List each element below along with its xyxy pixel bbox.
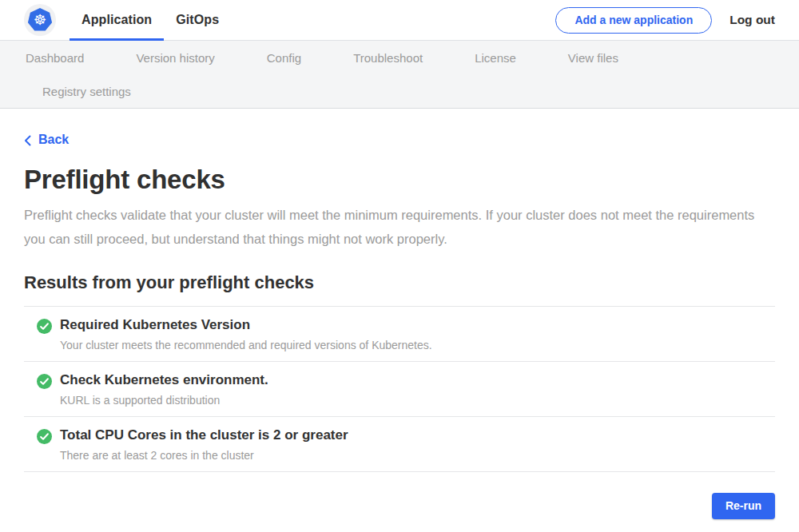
subnav-item-version-history[interactable]: Version history	[128, 51, 222, 65]
top-tabs: Application GitOps	[70, 0, 231, 40]
tab-gitops[interactable]: GitOps	[164, 0, 231, 40]
preflight-check-row: Total CPU Cores in the cluster is 2 or g…	[24, 417, 775, 472]
preflight-results-list: Required Kubernetes Version Your cluster…	[24, 306, 775, 472]
tab-application[interactable]: Application	[70, 0, 164, 40]
check-text: Required Kubernetes Version Your cluster…	[60, 317, 432, 351]
tab-application-label: Application	[81, 13, 152, 27]
subnav-row-2: Registry settings	[18, 75, 799, 108]
logout-link[interactable]: Log out	[729, 13, 775, 27]
rerun-button[interactable]: Re-run	[712, 493, 775, 519]
check-title: Required Kubernetes Version	[60, 317, 432, 333]
preflight-check-row: Check Kubernetes environment. KURL is a …	[24, 362, 775, 417]
check-text: Total CPU Cores in the cluster is 2 or g…	[60, 427, 348, 462]
app-subnav: Dashboard Version history Config Trouble…	[0, 41, 799, 109]
kubernetes-heptagon: ☸	[28, 8, 53, 32]
kubernetes-logo[interactable]: ☸	[24, 4, 56, 36]
top-navbar: ☸ Application GitOps Add a new applicati…	[0, 0, 799, 41]
page-title: Preflight checks	[24, 165, 775, 195]
check-title: Check Kubernetes environment.	[60, 372, 268, 388]
chevron-left-icon	[24, 135, 31, 146]
footer-actions: Re-run	[24, 493, 775, 519]
page-description: Preflight checks validate that your clus…	[24, 203, 759, 251]
back-link[interactable]: Back	[24, 133, 69, 147]
subnav-item-view-files[interactable]: View files	[560, 51, 626, 65]
subnav-item-config[interactable]: Config	[259, 51, 309, 65]
check-circle-icon	[37, 429, 52, 444]
back-label: Back	[38, 133, 69, 147]
top-right-actions: Add a new application Log out	[555, 7, 775, 34]
results-heading: Results from your preflight checks	[24, 272, 775, 293]
subnav-item-troubleshoot[interactable]: Troubleshoot	[345, 51, 431, 65]
tab-gitops-label: GitOps	[176, 13, 219, 27]
add-application-button[interactable]: Add a new application	[555, 7, 712, 34]
preflight-page: Back Preflight checks Preflight checks v…	[0, 109, 799, 519]
check-message: Your cluster meets the recommended and r…	[60, 339, 432, 351]
check-text: Check Kubernetes environment. KURL is a …	[60, 372, 268, 407]
preflight-check-row: Required Kubernetes Version Your cluster…	[24, 307, 775, 362]
subnav-item-dashboard[interactable]: Dashboard	[18, 51, 92, 65]
subnav-row-1: Dashboard Version history Config Trouble…	[18, 41, 799, 75]
subnav-item-license[interactable]: License	[467, 51, 524, 65]
kubernetes-wheel-icon: ☸	[34, 13, 46, 27]
check-circle-icon	[37, 319, 52, 334]
subnav-item-registry-settings[interactable]: Registry settings	[34, 85, 139, 98]
check-message: There are at least 2 cores in the cluste…	[60, 449, 348, 462]
check-title: Total CPU Cores in the cluster is 2 or g…	[60, 427, 348, 443]
check-message: KURL is a supported distribution	[60, 394, 268, 407]
check-circle-icon	[37, 374, 52, 389]
